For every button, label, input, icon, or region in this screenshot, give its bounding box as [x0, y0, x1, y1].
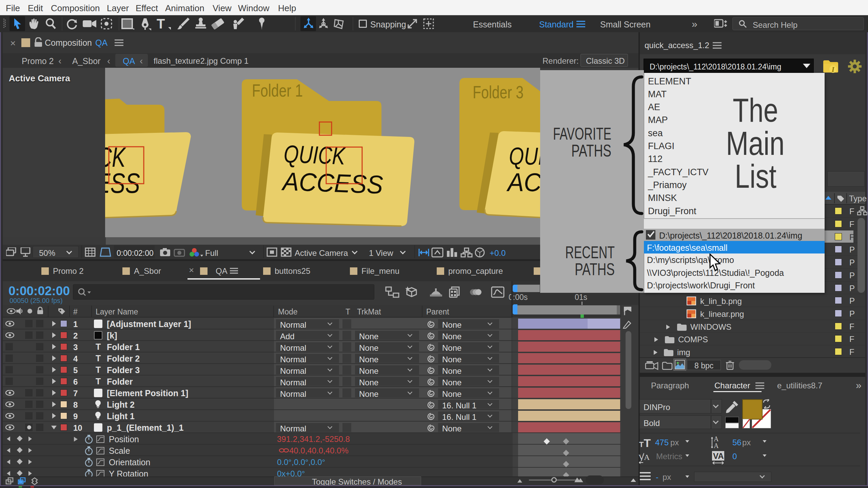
svg-text:A: A: [714, 436, 719, 443]
svg-text:ACCESS: ACCESS: [506, 168, 540, 197]
svg-text:The: The: [733, 92, 778, 129]
svg-text:List: List: [735, 158, 776, 195]
svg-text:A: A: [644, 453, 650, 462]
svg-text:QUICK: QUICK: [283, 140, 346, 169]
svg-text:ACCESS: ACCESS: [105, 167, 140, 199]
svg-text:Folder 3: Folder 3: [473, 82, 524, 102]
svg-text:I: I: [831, 66, 835, 73]
svg-text:QUICK: QUICK: [509, 142, 540, 170]
svg-text:Main: Main: [726, 125, 785, 162]
svg-text:ACCESS: ACCESS: [281, 167, 384, 199]
svg-text:Folder 1: Folder 1: [252, 81, 303, 100]
svg-text:A: A: [714, 442, 719, 449]
